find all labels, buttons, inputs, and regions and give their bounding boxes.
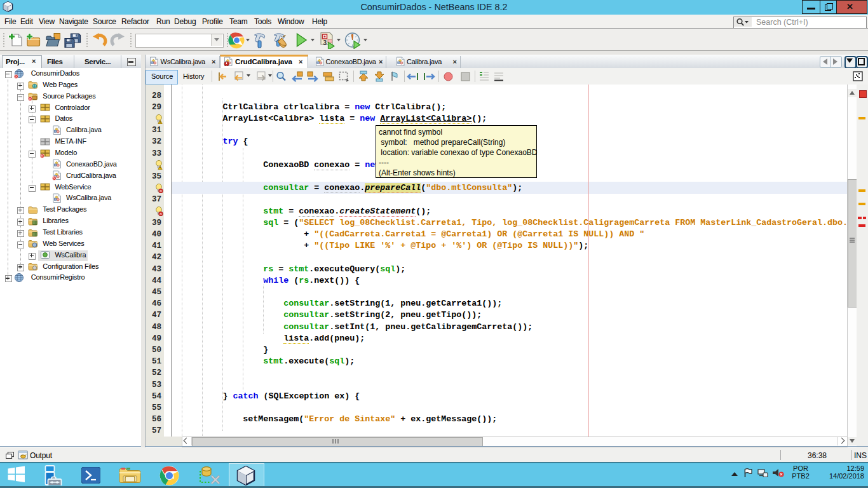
svg-text:3: 3 xyxy=(323,39,327,46)
